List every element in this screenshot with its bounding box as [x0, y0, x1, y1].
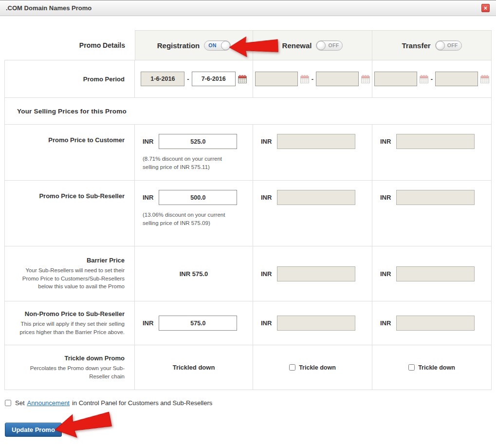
renewal-barrier-price-input — [277, 266, 355, 281]
promo-table: Promo Details Registration ON Renewal OF… — [4, 30, 492, 390]
announcement-row: Set Announcement in Control Panel for Cu… — [5, 399, 496, 407]
registration-nonpromo-price-cell: INR — [135, 301, 253, 345]
registration-barrier-price-value: INR 575.0 — [180, 270, 208, 278]
registration-start-date-input — [141, 72, 184, 86]
subreseller-price-row: Promo Price to Sub-Reseller INR (13.06% … — [4, 181, 492, 246]
currency-label: INR — [143, 194, 153, 201]
renewal-customer-price-input — [277, 134, 355, 149]
registration-toggle-knob — [221, 41, 230, 50]
registration-trickle-cell: Trickled down — [135, 345, 253, 390]
calendar-icon[interactable] — [238, 75, 247, 83]
trickle-down-description: Percolates the Promo down your Sub-Resel… — [27, 364, 125, 380]
date-separator: - — [431, 75, 433, 83]
renewal-end-date-input — [316, 72, 359, 86]
announcement-checkbox[interactable] — [5, 400, 11, 406]
calendar-icon — [300, 75, 309, 83]
registration-end-date-input[interactable] — [192, 72, 236, 86]
customer-price-row: Promo Price to Customer INR (8.71% disco… — [4, 125, 492, 181]
update-promo-button[interactable]: Update Promo — [5, 423, 62, 437]
date-separator: - — [187, 75, 189, 83]
renewal-customer-price-cell: INR — [253, 125, 372, 181]
nonpromo-price-description: This price will apply if they set their … — [15, 320, 125, 336]
transfer-nonpromo-price-input — [396, 316, 475, 331]
transfer-customer-price-cell: INR — [372, 125, 492, 181]
close-icon: × — [484, 5, 487, 12]
registration-toggle[interactable]: ON — [204, 40, 231, 51]
renewal-nonpromo-price-cell: INR — [253, 301, 372, 345]
renewal-start-date-input — [255, 72, 298, 86]
currency-label: INR — [143, 319, 153, 327]
promo-modal: .COM Domain Names Promo × Promo Details … — [0, 0, 496, 448]
customer-price-discount-note: (8.71% discount on your current selling … — [143, 155, 230, 172]
calendar-icon — [480, 75, 489, 83]
announcement-link[interactable]: Announcement — [27, 399, 70, 407]
barrier-price-label: Barrier Price — [87, 257, 125, 264]
toggle-header-row: Promo Details Registration ON Renewal OF… — [4, 30, 492, 60]
nonpromo-price-label: Non-Promo Price to Sub-Reseller — [25, 310, 125, 317]
renewal-barrier-price-cell: INR — [253, 246, 372, 301]
renewal-trickle-cell: Trickle down — [253, 345, 372, 390]
announcement-text-suffix: in Control Panel for Customers and Sub-R… — [72, 399, 212, 407]
promo-details-cell: Promo Details — [4, 30, 135, 60]
promo-details-label: Promo Details — [79, 41, 125, 49]
renewal-subreseller-price-cell: INR — [253, 181, 372, 246]
renewal-period-cell: - — [253, 60, 372, 98]
transfer-toggle-knob — [436, 41, 445, 50]
transfer-trickle-cell: Trickle down — [372, 345, 492, 390]
renewal-subreseller-price-input — [277, 190, 355, 205]
promo-period-label-cell: Promo Period — [4, 60, 135, 98]
modal-titlebar: .COM Domain Names Promo — [0, 0, 496, 16]
currency-label: INR — [261, 319, 272, 327]
renewal-nonpromo-price-input — [277, 316, 355, 331]
promo-period-row: Promo Period - - - — [4, 60, 492, 98]
transfer-barrier-price-cell: INR — [372, 246, 492, 301]
selling-prices-section-title: Your Selling Prices for this Promo — [17, 108, 127, 115]
transfer-toggle[interactable]: OFF — [435, 40, 462, 51]
currency-label: INR — [380, 319, 391, 327]
renewal-toggle[interactable]: OFF — [316, 40, 343, 51]
transfer-period-cell: - — [372, 60, 492, 98]
selling-prices-section-row: Your Selling Prices for this Promo — [4, 98, 492, 125]
registration-subreseller-price-cell: INR (13.06% discount on your current sel… — [135, 181, 253, 246]
nonpromo-price-row: Non-Promo Price to Sub-Reseller This pri… — [4, 301, 492, 345]
currency-label: INR — [261, 194, 272, 201]
transfer-nonpromo-price-cell: INR — [372, 301, 492, 345]
registration-subreseller-price-input[interactable] — [159, 190, 237, 205]
transfer-trickle-checkbox[interactable] — [408, 364, 415, 371]
trickle-down-label-cell: Trickle down Promo Percolates the Promo … — [4, 345, 135, 390]
barrier-price-row: Barrier Price Your Sub-Resellers will ne… — [4, 246, 492, 301]
announcement-text-prefix: Set — [15, 399, 25, 407]
registration-header-cell: Registration ON — [135, 30, 253, 60]
barrier-price-label-cell: Barrier Price Your Sub-Resellers will ne… — [4, 246, 135, 301]
transfer-trickle-label: Trickle down — [418, 364, 455, 371]
subreseller-price-label-cell: Promo Price to Sub-Reseller — [4, 181, 135, 246]
nonpromo-price-label-cell: Non-Promo Price to Sub-Reseller This pri… — [4, 301, 135, 345]
registration-nonpromo-price-input[interactable] — [159, 316, 237, 331]
currency-label: INR — [380, 270, 391, 278]
registration-toggle-state: ON — [208, 42, 216, 48]
renewal-column-label: Renewal — [282, 41, 312, 50]
registration-customer-price-input[interactable] — [159, 134, 237, 149]
registration-customer-price-cell: INR (8.71% discount on your current sell… — [135, 125, 253, 181]
close-button[interactable]: × — [481, 4, 490, 12]
renewal-toggle-knob — [316, 41, 326, 50]
registration-column-label: Registration — [157, 41, 200, 50]
transfer-customer-price-input — [396, 134, 475, 149]
modal-title: .COM Domain Names Promo — [6, 4, 92, 12]
renewal-trickle-checkbox[interactable] — [289, 364, 295, 371]
promo-period-label: Promo Period — [83, 75, 125, 83]
transfer-start-date-input — [374, 72, 417, 86]
trickle-down-row: Trickle down Promo Percolates the Promo … — [4, 345, 492, 390]
calendar-icon — [361, 75, 370, 83]
transfer-column-label: Transfer — [402, 41, 430, 50]
registration-barrier-price-cell: INR 575.0 — [135, 246, 253, 301]
transfer-subreseller-price-input — [396, 190, 475, 205]
registration-period-cell: - — [135, 60, 253, 98]
transfer-toggle-state: OFF — [447, 42, 458, 48]
date-separator: - — [312, 75, 313, 83]
customer-price-label: Promo Price to Customer — [48, 136, 125, 144]
transfer-barrier-price-input — [396, 266, 475, 281]
renewal-header-cell: Renewal OFF — [253, 30, 372, 60]
currency-label: INR — [380, 138, 391, 145]
calendar-icon — [420, 75, 428, 83]
